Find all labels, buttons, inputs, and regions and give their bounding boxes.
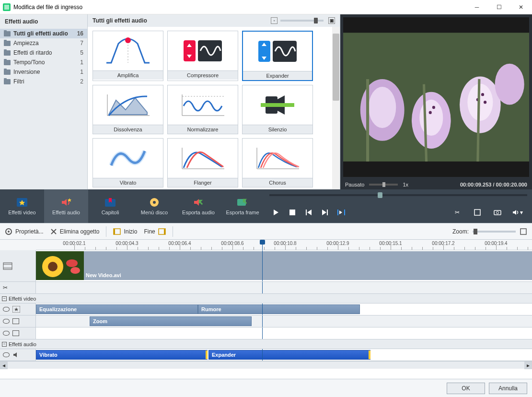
tab-disc-menu[interactable]: Menù disco (132, 189, 176, 223)
prev-frame-button[interactable] (302, 207, 315, 218)
video-clip-thumbnail[interactable] (36, 251, 84, 280)
svg-point-43 (153, 201, 156, 204)
svg-rect-48 (289, 210, 295, 215)
sidebar-header: Effetti audio (0, 14, 87, 29)
volume-button[interactable]: ▾ (511, 207, 524, 218)
effect-flanger[interactable]: Flanger (167, 138, 238, 187)
svg-point-29 (419, 100, 443, 136)
playback-status: Pausato (345, 182, 364, 187)
video-fx-track-3 (0, 327, 532, 339)
delete-object-button[interactable]: Elimina oggetto (50, 228, 100, 235)
collapse-icon[interactable]: − (2, 342, 7, 347)
effect-normalizzare[interactable]: Normalizzare (167, 85, 238, 134)
sidebar-item-label: Tutti gli effetti audio (13, 30, 68, 37)
eye-icon[interactable] (3, 307, 10, 312)
tab-video-effects[interactable]: Effetti video (0, 189, 44, 223)
svg-point-60 (8, 231, 10, 233)
view-large-button[interactable]: ▣ (328, 17, 335, 24)
section-audio-effects[interactable]: − Effetti audio (0, 339, 532, 349)
clip-vibrato[interactable]: Vibrato (36, 350, 208, 360)
sidebar-item-inversione[interactable]: Inversione 1 (0, 67, 87, 77)
video-clip[interactable]: New Video.avi (84, 251, 532, 280)
maximize-button[interactable]: ☐ (488, 0, 510, 14)
speaker-icon[interactable] (12, 351, 20, 358)
video-preview[interactable] (343, 17, 529, 177)
play-button[interactable] (269, 207, 283, 218)
sidebar-item-count: 5 (80, 49, 83, 56)
sidebar-item-ampiezza[interactable]: Ampiezza 7 (0, 38, 87, 48)
effect-compressore[interactable]: Compressore (167, 31, 238, 81)
seek-slider[interactable] (269, 194, 527, 196)
fit-zoom-icon[interactable] (520, 228, 527, 235)
effect-vibrato[interactable]: Vibrato (93, 138, 163, 187)
effect-chorus[interactable]: Chorus (242, 138, 313, 187)
scroll-left-arrow[interactable]: ◂ (0, 362, 8, 369)
properties-button[interactable]: Proprietà... (5, 228, 44, 235)
mark-start-button[interactable]: Inizio (113, 228, 137, 235)
clip-rumore[interactable]: Rumore (198, 304, 360, 314)
ok-button[interactable]: OK (447, 383, 485, 394)
svg-marker-40 (68, 198, 71, 202)
eye-icon[interactable] (3, 331, 10, 336)
effect-amplifica[interactable]: Amplifica (93, 31, 163, 81)
svg-rect-68 (3, 263, 12, 269)
thumbnail-size-slider[interactable] (280, 20, 324, 22)
svg-rect-11 (273, 41, 297, 62)
sidebar-item-filtri[interactable]: Filtri 2 (0, 77, 87, 86)
sidebar-item-label: Ampiezza (13, 40, 39, 47)
film-icon[interactable] (12, 330, 19, 336)
collapse-icon[interactable]: − (2, 296, 7, 301)
svg-rect-53 (337, 210, 338, 215)
sidebar-item-count: 16 (77, 30, 83, 37)
section-video-effects[interactable]: − Effetti video (0, 294, 532, 304)
close-button[interactable]: ✕ (510, 0, 532, 14)
speaker-star-icon (60, 197, 72, 208)
eye-icon[interactable] (3, 352, 10, 357)
minimize-button[interactable]: ─ (466, 0, 488, 14)
fullscreen-button[interactable] (471, 207, 484, 218)
loop-button[interactable] (335, 207, 348, 218)
speed-slider[interactable] (369, 184, 398, 186)
sidebar-item-ritardo[interactable]: Effetti di ritardo 5 (0, 48, 87, 58)
effect-expander[interactable]: Expander (242, 31, 313, 81)
timeline-zoom-slider[interactable] (473, 231, 516, 233)
folder-icon (4, 41, 11, 46)
tab-export-audio[interactable]: Esporta audio (176, 189, 220, 223)
effect-label: Normalizzare (168, 125, 238, 134)
stop-button[interactable] (286, 207, 299, 218)
next-frame-button[interactable] (318, 207, 332, 218)
snapshot-button[interactable] (491, 207, 504, 218)
cancel-button[interactable]: Annulla (489, 383, 527, 394)
video-track: New Video.avi (0, 250, 532, 282)
sidebar-item-count: 1 (80, 69, 83, 75)
clip-zoom[interactable]: Zoom (90, 316, 252, 326)
gallery-title: Tutti gli effetti audio (93, 17, 147, 24)
audio-fx-track-1: Vibrato Expander (0, 349, 532, 361)
effect-dissolvenza[interactable]: Dissolvenza (93, 85, 163, 134)
effect-silenzio[interactable]: Silenzio (242, 85, 313, 134)
svg-marker-47 (274, 210, 278, 215)
tab-export-frame[interactable]: Esporta frame (220, 189, 265, 223)
svg-point-31 (429, 111, 432, 114)
film-star-icon[interactable] (12, 306, 20, 313)
tab-chapters[interactable]: Capitoli (88, 189, 132, 223)
sidebar-item-label: Filtri (13, 78, 24, 85)
film-icon[interactable] (12, 318, 19, 324)
effect-label: Amplifica (93, 70, 163, 80)
playback-controls: ✂ ▾ (265, 189, 532, 223)
sidebar-item-all[interactable]: Tutti gli effetti audio 16 (0, 29, 87, 38)
playhead[interactable] (262, 240, 263, 250)
sidebar-item-tempo[interactable]: Tempo/Tono 1 (0, 58, 87, 67)
gallery-scrollbar[interactable] (332, 27, 340, 189)
timeline-ruler[interactable]: 00:00:02.100:00:04.300:00:06.400:00:08.6… (36, 240, 532, 250)
clip-equalizzazione[interactable]: Equalizzazione (36, 304, 198, 314)
scissors-track: ✂ (0, 282, 532, 294)
mark-end-button[interactable]: Fine (144, 228, 165, 235)
timeline-h-scrollbar[interactable]: ◂ ▸ (0, 361, 532, 369)
scroll-right-arrow[interactable]: ▸ (524, 362, 532, 369)
view-small-button[interactable]: ▫ (271, 17, 278, 24)
eye-icon[interactable] (3, 319, 10, 324)
scissors-button[interactable]: ✂ (451, 207, 464, 218)
clip-expander[interactable]: Expander (208, 350, 370, 360)
tab-audio-effects[interactable]: Effetti audio (44, 189, 88, 223)
